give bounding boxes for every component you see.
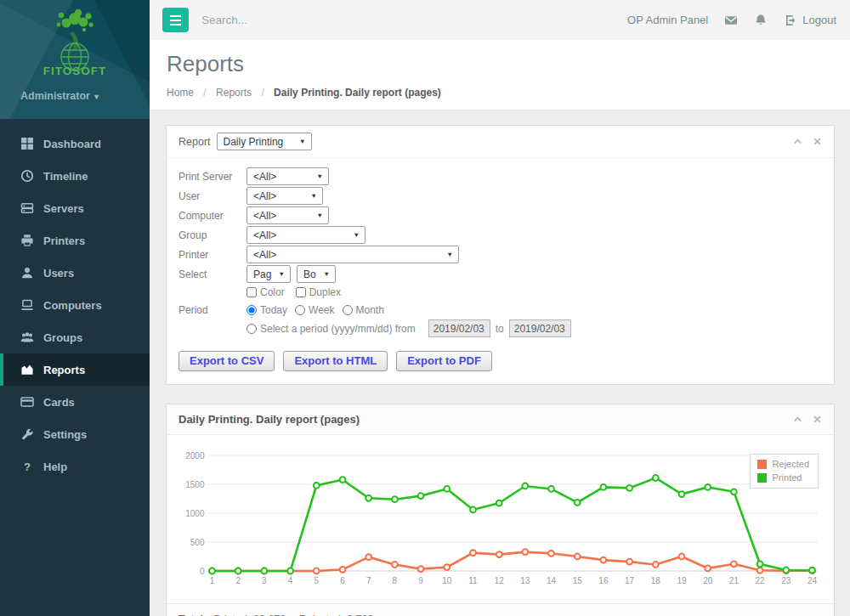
svg-text:0: 0 <box>200 567 205 576</box>
pages-select[interactable]: Pages ▼ <box>246 265 291 283</box>
sidebar-item-label: Dashboard <box>43 138 101 150</box>
period-range-radio[interactable] <box>246 324 257 334</box>
group-select[interactable]: <All> ▼ <box>246 226 366 244</box>
sidebar-item-label: Servers <box>43 202 84 215</box>
sidebar-item-users[interactable]: Users <box>0 257 150 289</box>
date-to-label: to <box>496 323 504 335</box>
sidebar-item-label: Settings <box>43 428 87 441</box>
sidebar-item-computers[interactable]: Computers <box>0 289 150 321</box>
svg-text:?: ? <box>24 461 31 473</box>
sidebar: FITOSOFT Administrator ▾ DashboardTimeli… <box>0 0 150 616</box>
breadcrumb-home[interactable]: Home <box>167 87 194 99</box>
color-checkbox-option[interactable]: Color <box>246 286 285 298</box>
period-month-radio[interactable] <box>343 305 353 315</box>
sidebar-item-cards[interactable]: Cards <box>0 386 150 418</box>
caret-down-icon: ▼ <box>299 138 305 145</box>
period-month-option[interactable]: Month <box>343 304 384 316</box>
legend-label: Rejected <box>773 459 809 469</box>
svg-text:2000: 2000 <box>185 451 205 461</box>
logout-button[interactable]: Logout <box>784 14 836 27</box>
filter-row-select: Select Pages ▼ Both ▼ <box>178 265 822 283</box>
svg-text:7: 7 <box>366 576 371 585</box>
computer-label: Computer <box>178 210 246 222</box>
chart-panel-title: Daily Printing. Daily report (pages) <box>178 413 360 426</box>
print-server-select[interactable]: <All> ▼ <box>246 167 329 185</box>
chart-panel-header: Daily Printing. Daily report (pages) <box>167 404 834 435</box>
printer-select[interactable]: <All> ▼ <box>246 246 459 263</box>
date-from-input[interactable] <box>428 319 490 337</box>
sidebar-item-reports[interactable]: Reports <box>0 353 150 386</box>
sidebar-item-dashboard[interactable]: Dashboard <box>0 127 150 160</box>
sidebar-item-timeline[interactable]: Timeline <box>0 160 150 192</box>
filter-row-print-server: Print Server <All> ▼ <box>178 167 822 185</box>
page-title: Reports <box>167 51 833 77</box>
close-panel-icon[interactable] <box>813 137 822 146</box>
caret-down-icon: ▼ <box>317 212 323 219</box>
export-pdf-button[interactable]: Export to PDF <box>396 351 492 371</box>
menu-toggle-button[interactable] <box>162 8 189 32</box>
filter-row-user: User <All> ▼ <box>178 187 822 205</box>
report-label: Report <box>178 136 211 148</box>
filter-row-computer: Computer <All> ▼ <box>178 206 822 224</box>
caret-down-icon: ▼ <box>354 231 360 239</box>
sidebar-item-help[interactable]: ?Help <box>0 450 150 483</box>
svg-text:9: 9 <box>418 576 423 585</box>
period-today-radio[interactable] <box>246 305 257 315</box>
groups-icon <box>20 331 34 344</box>
collapse-panel-icon[interactable] <box>793 415 802 424</box>
legend-label: Printed <box>773 472 802 483</box>
svg-text:24: 24 <box>808 576 818 585</box>
sidebar-item-groups[interactable]: Groups <box>0 321 150 353</box>
duplex-checkbox[interactable] <box>296 287 306 297</box>
svg-text:1500: 1500 <box>185 480 205 489</box>
settings-icon <box>20 427 34 441</box>
sidebar-item-servers[interactable]: Servers <box>0 192 150 224</box>
svg-text:16: 16 <box>598 576 609 585</box>
export-html-button[interactable]: Export to HTML <box>283 351 388 371</box>
report-select[interactable]: Daily Printing ▼ <box>217 133 312 150</box>
bell-icon[interactable] <box>754 14 768 27</box>
close-panel-icon[interactable] <box>813 415 822 424</box>
user-menu[interactable]: Administrator ▾ <box>0 90 150 102</box>
svg-text:23: 23 <box>781 576 791 585</box>
svg-text:22: 22 <box>756 576 766 585</box>
legend-swatch <box>757 460 767 469</box>
date-to-input[interactable] <box>509 319 571 337</box>
sidebar-header: FITOSOFT Administrator ▾ <box>0 0 150 119</box>
export-csv-button[interactable]: Export to CSV <box>178 351 275 371</box>
caret-down-icon: ▼ <box>311 192 317 200</box>
select-label: Select <box>178 268 246 280</box>
breadcrumb-current: Daily Printing. Daily report (pages) <box>274 87 441 99</box>
cards-icon <box>20 395 34 409</box>
period-range-option[interactable]: Select a period (yyyy/mm/dd) from <box>246 323 416 335</box>
collapse-panel-icon[interactable] <box>793 137 802 146</box>
user-select[interactable]: <All> ▼ <box>246 187 323 205</box>
duplex-checkbox-option[interactable]: Duplex <box>296 286 341 298</box>
period-today-option[interactable]: Today <box>246 304 287 316</box>
period-week-radio[interactable] <box>295 305 305 315</box>
mail-icon[interactable] <box>724 14 738 27</box>
print-server-label: Print Server <box>178 171 246 183</box>
sidebar-item-printers[interactable]: Printers <box>0 224 150 257</box>
period-week-option[interactable]: Week <box>295 304 334 316</box>
filter-row-printer: Printer <All> ▼ <box>178 246 822 263</box>
svg-text:19: 19 <box>677 576 687 585</box>
color-checkbox[interactable] <box>246 287 257 297</box>
svg-text:15: 15 <box>573 576 583 585</box>
legend-item-printed: Printed <box>757 472 809 483</box>
sidebar-item-settings[interactable]: Settings <box>0 418 150 450</box>
users-icon <box>20 266 34 280</box>
both-select[interactable]: Both ▼ <box>297 265 336 283</box>
breadcrumb-reports[interactable]: Reports <box>216 87 252 99</box>
sidebar-item-label: Cards <box>43 396 75 409</box>
svg-text:17: 17 <box>625 576 635 585</box>
report-filter-panel-body: Print Server <All> ▼ User <All> ▼ Comput… <box>167 158 834 384</box>
sidebar-item-label: Groups <box>43 331 82 344</box>
sidebar-item-label: Computers <box>43 299 102 312</box>
svg-text:1: 1 <box>210 576 215 585</box>
brand-logo: FITOSOFT <box>36 3 114 92</box>
computer-select[interactable]: <All> ▼ <box>246 206 329 224</box>
search-input[interactable] <box>201 14 388 26</box>
sidebar-item-label: Printers <box>43 235 85 247</box>
svg-text:21: 21 <box>729 576 740 585</box>
